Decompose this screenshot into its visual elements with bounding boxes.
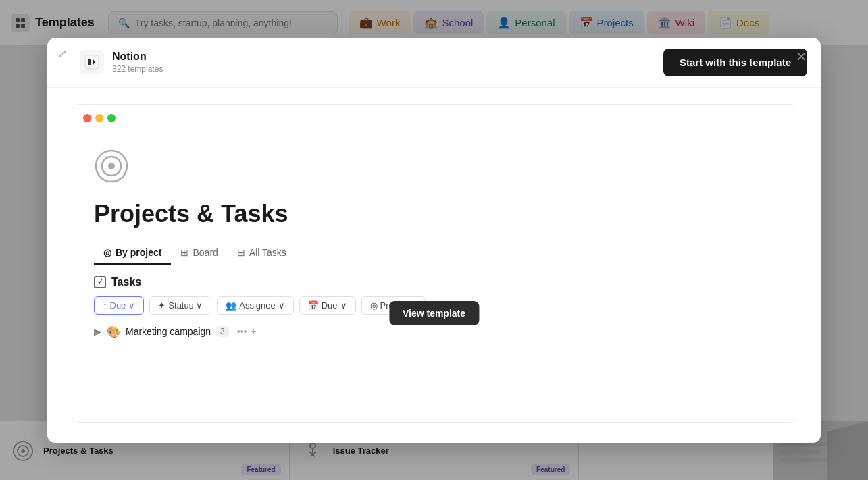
status-label: Status: [168, 300, 193, 311]
window-titlebar: [72, 105, 796, 132]
due2-icon: 📅: [308, 300, 319, 311]
project-icon: ◎: [370, 300, 378, 311]
tasks-section-header: ✓ Tasks: [94, 276, 774, 288]
filter-status-button[interactable]: ✦ Status ∨: [149, 296, 211, 315]
status-chevron-icon: ∨: [196, 300, 203, 311]
due2-label: Due: [322, 300, 338, 311]
board-icon: ⊞: [180, 247, 188, 258]
provider-name: Notion: [112, 51, 163, 63]
modal-header: Notion 322 templates Start with this tem…: [47, 38, 821, 88]
tasks-checkbox-icon: ✓: [94, 276, 106, 288]
by-project-icon: ◎: [103, 247, 111, 258]
all-tasks-label: All Tasks: [249, 247, 286, 258]
filter-due2-button[interactable]: 📅 Due ∨: [299, 296, 356, 315]
group-collapse-icon[interactable]: ▶: [94, 326, 101, 337]
all-tasks-icon: ⊟: [237, 247, 245, 258]
page-icon: [94, 149, 774, 200]
project-label: Project: [380, 300, 407, 311]
assignee-icon: 👥: [226, 300, 236, 311]
svg-rect-19: [85, 55, 99, 69]
modal-overlay[interactable]: ⤢ ✕ Notion 322 templates Start with this…: [0, 0, 868, 480]
notion-logo: [80, 50, 104, 74]
assignee-label: Assignee: [239, 300, 275, 311]
filter-row: ↑ Due ∨ ✦ Status ∨ 👥 Assignee ∨: [94, 296, 774, 315]
preview-window: Projects & Tasks ◎ By project ⊞ Board ⊟: [72, 104, 796, 423]
page-title: Projects & Tasks: [94, 200, 774, 228]
modal-preview-area: Projects & Tasks ◎ By project ⊞ Board ⊟: [47, 88, 821, 439]
modal-provider-info: Notion 322 templates: [80, 50, 163, 74]
board-label: Board: [193, 247, 218, 258]
view-tab-by-project[interactable]: ◎ By project: [94, 242, 171, 265]
group-count: 3: [216, 326, 229, 337]
expand-icon[interactable]: ⤢: [58, 47, 67, 60]
view-tab-board[interactable]: ⊞ Board: [171, 242, 227, 265]
group-row: ▶ 🎨 Marketing campaign 3 ••• +: [94, 325, 774, 338]
start-template-button[interactable]: Start with this template: [663, 49, 807, 76]
svg-point-22: [108, 163, 115, 169]
status-icon: ✦: [158, 300, 165, 311]
assignee-chevron-icon: ∨: [278, 300, 285, 311]
view-tabs: ◎ By project ⊞ Board ⊟ All Tasks: [94, 242, 774, 265]
by-project-label: By project: [116, 247, 161, 258]
due-label: Due: [110, 300, 126, 311]
group-add-icon[interactable]: +: [251, 326, 256, 337]
filter-project-button[interactable]: ◎ Project ∨: [361, 296, 426, 315]
close-button[interactable]: ✕: [796, 49, 807, 65]
due2-chevron-icon: ∨: [340, 300, 347, 311]
due-sort-icon: ↑: [103, 300, 107, 311]
preview-body: Projects & Tasks ◎ By project ⊞ Board ⊟: [72, 132, 796, 354]
project-chevron-icon: ∨: [410, 300, 417, 311]
group-more-icon[interactable]: •••: [237, 326, 247, 337]
filter-assignee-button[interactable]: 👥 Assignee ∨: [217, 296, 293, 315]
section-title: Tasks: [111, 276, 141, 288]
group-actions: ••• +: [237, 326, 257, 337]
provider-text-group: Notion 322 templates: [112, 51, 163, 74]
window-dot-green: [107, 114, 116, 122]
template-count: 322 templates: [112, 64, 163, 74]
group-item-icon: 🎨: [107, 325, 120, 338]
due-chevron-icon: ∨: [128, 300, 135, 311]
window-dot-red: [83, 114, 91, 122]
group-name: Marketing campaign: [126, 326, 211, 337]
template-modal: ⤢ ✕ Notion 322 templates Start with this…: [47, 38, 821, 443]
window-dot-yellow: [95, 114, 103, 122]
filter-due-button[interactable]: ↑ Due ∨: [94, 296, 144, 315]
view-tab-all-tasks[interactable]: ⊟ All Tasks: [228, 242, 296, 265]
